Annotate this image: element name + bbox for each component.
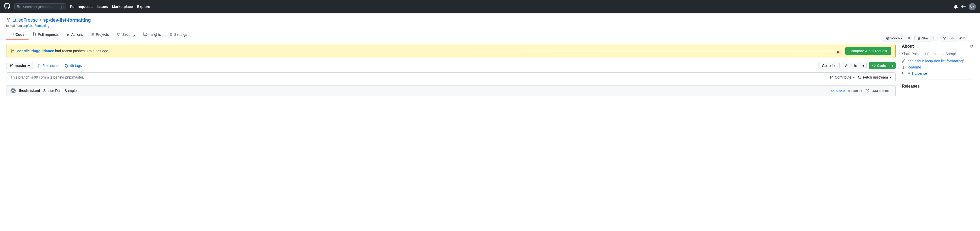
parent-repo-link[interactable]: pnp/List-Formatting	[22, 24, 49, 27]
tab-code[interactable]: Code	[6, 30, 29, 40]
repo-header: LuiseFreese / sp-dev-list-formatting for…	[0, 13, 980, 40]
readme-link[interactable]: Readme	[907, 65, 921, 69]
commits-behind-actions: Contribute ▾ Fetch upstream ▾	[830, 75, 891, 79]
insights-tab-icon	[143, 32, 147, 37]
plus-icon: +	[961, 4, 964, 10]
license-link[interactable]: MIT License	[907, 71, 927, 75]
releases-section: Releases	[902, 84, 974, 88]
watch-count[interactable]: 0	[905, 35, 912, 42]
add-file-button[interactable]: Add file	[842, 62, 861, 69]
tab-insights[interactable]: Insights	[139, 30, 165, 40]
contribute-button[interactable]: Contribute ▾	[830, 75, 855, 79]
security-tab-icon: 🛡	[117, 32, 121, 37]
about-website-link[interactable]: pnp.github.io/sp-dev-list-formatting/	[907, 59, 964, 63]
nav-explore[interactable]: Explore	[137, 5, 150, 9]
create-button[interactable]: + ▾	[961, 4, 966, 10]
commits-behind-banner: This branch is 99 commits behind pnp:mas…	[6, 72, 896, 82]
settings-tab-icon: ⚙	[169, 32, 173, 37]
branch-left: master ▾ 5 branches	[6, 62, 82, 69]
branch-selector[interactable]: master ▾	[6, 62, 33, 69]
star-count[interactable]: 0	[931, 35, 938, 42]
add-file-caret-button[interactable]: ▾	[861, 62, 867, 69]
about-heading: About	[902, 44, 974, 49]
commits-behind-text: This branch is 99 commits behind pnp:mas…	[11, 75, 84, 79]
main-content: contributingguidance had recent pushes 3…	[0, 40, 980, 100]
star-button[interactable]: Star	[915, 35, 931, 42]
fork-count[interactable]: 492	[956, 35, 968, 42]
about-description: SharePoint List Formatting Samples	[902, 52, 974, 56]
repo-forked-text: forked from pnp/List-Formatting	[6, 24, 974, 27]
commit-message: Starter Form Samples	[43, 88, 78, 93]
user-avatar[interactable]: U ▾	[969, 3, 976, 10]
file-list-header: thechriskent Starter Form Samples 649284…	[6, 85, 896, 96]
branch-right: Go to file Add file ▾	[819, 62, 896, 69]
push-branch-name: contributingguidance	[17, 49, 54, 53]
branches-link[interactable]: 5 branches	[37, 64, 60, 68]
navbar-right: + ▾ U ▾	[954, 3, 976, 10]
tab-pull-requests[interactable]: Pull requests	[29, 30, 63, 40]
repo-tabs: Code Pull requests ▶ Actions ⊞ Projects …	[6, 30, 974, 40]
goto-file-button[interactable]: Go to file	[819, 62, 840, 69]
commit-author-avatar	[11, 88, 16, 93]
releases-heading: Releases	[902, 84, 974, 88]
pull-request-tab-icon	[33, 32, 36, 37]
sidebar-settings-icon[interactable]	[970, 44, 974, 49]
fork-button[interactable]: Fork	[940, 35, 957, 42]
code-group: Code ▾	[869, 62, 896, 69]
nav-marketplace[interactable]: Marketplace	[112, 5, 133, 9]
code-caret-button[interactable]: ▾	[889, 62, 896, 69]
tab-projects[interactable]: ⊞ Projects	[87, 30, 113, 40]
tab-actions-label: Actions	[71, 32, 83, 37]
fork-icon	[6, 18, 10, 23]
push-banner-text: contributingguidance had recent pushes 3…	[17, 49, 425, 53]
commit-hash-link[interactable]: 6492840	[830, 89, 845, 93]
chevron-down-icon-avatar: ▾	[973, 5, 974, 8]
nav-issues[interactable]: Issues	[97, 5, 108, 9]
tab-code-label: Code	[16, 32, 24, 37]
commits-count: 433 commits	[872, 89, 891, 93]
tags-link[interactable]: 49 tags	[65, 64, 82, 68]
github-logo[interactable]	[4, 3, 10, 11]
fetch-upstream-caret-icon: ▾	[889, 75, 891, 79]
tab-settings-label: Settings	[174, 32, 187, 37]
chevron-down-icon: ▾	[964, 5, 966, 8]
search-icon: 🔍	[17, 5, 21, 9]
nav-pull-requests[interactable]: Pull requests	[70, 5, 92, 9]
fetch-upstream-button[interactable]: Fetch upstream ▾	[858, 75, 891, 79]
caret-icon: ▾	[862, 64, 864, 68]
navbar: 🔍 Search or jump to... / Pull requests I…	[0, 0, 980, 13]
search-placeholder: Search or jump to...	[23, 5, 52, 9]
add-file-group: Add file ▾	[842, 62, 867, 69]
branch-icon	[11, 49, 15, 54]
file-header-right: 6492840 on Jan 21 433 commits	[830, 89, 891, 93]
repo-title-row: LuiseFreese / sp-dev-list-formatting	[6, 18, 974, 23]
chevron-down-icon-watch: ▾	[901, 36, 903, 40]
compare-pull-request-button[interactable]: Compare & pull request	[845, 47, 891, 55]
tab-security-label: Security	[122, 32, 135, 37]
tab-pullrequests-label: Pull requests	[38, 32, 59, 37]
contribute-caret-icon: ▾	[853, 75, 855, 79]
fork-group: Fork 492	[940, 35, 968, 42]
code-tab-icon	[10, 32, 14, 37]
projects-tab-icon: ⊞	[91, 32, 94, 37]
commit-author-name[interactable]: thechriskent	[19, 88, 40, 93]
tab-security[interactable]: 🛡 Security	[113, 30, 139, 40]
branch-meta: 5 branches 49 tags	[37, 64, 82, 68]
tab-settings[interactable]: ⚙ Settings	[165, 30, 191, 40]
code-button[interactable]: Code	[869, 62, 889, 69]
search-bar[interactable]: 🔍 Search or jump to... /	[14, 3, 66, 10]
branch-row: master ▾ 5 branches	[6, 62, 896, 69]
commit-date: on Jan 21	[848, 89, 862, 93]
repo-separator: /	[40, 18, 41, 23]
license-item: MIT License	[902, 71, 974, 75]
branch-caret-icon: ▾	[28, 64, 30, 68]
watch-button[interactable]: Watch ▾	[883, 35, 905, 42]
tab-projects-label: Projects	[96, 32, 109, 37]
about-section: About SharePoint List Formatting Samples…	[902, 44, 974, 88]
tab-actions[interactable]: ▶ Actions	[63, 30, 87, 40]
navbar-links: Pull requests Issues Marketplace Explore	[70, 5, 150, 9]
repo-name-link[interactable]: sp-dev-list-formatting	[43, 18, 91, 23]
repo-sidebar: About SharePoint List Formatting Samples…	[902, 44, 974, 96]
notifications-button[interactable]	[954, 5, 958, 9]
repo-owner-link[interactable]: LuiseFreese	[12, 18, 38, 23]
